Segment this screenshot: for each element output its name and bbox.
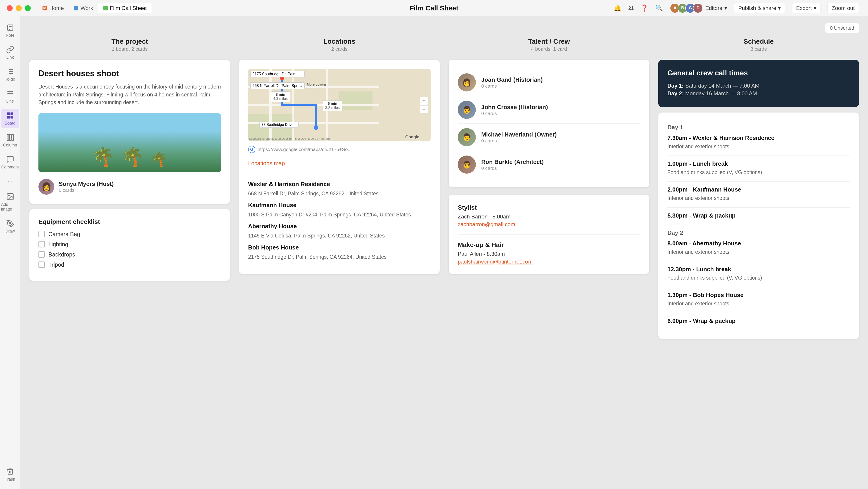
sidebar-item-more[interactable]: ··· bbox=[1, 175, 19, 188]
search-icon[interactable]: 🔍 bbox=[655, 4, 663, 12]
sidebar-item-line[interactable]: Line bbox=[1, 87, 19, 107]
checkbox-lighting[interactable] bbox=[38, 241, 45, 248]
sidebar-item-note[interactable]: Note bbox=[1, 21, 19, 40]
more-dots-icon: ··· bbox=[7, 177, 13, 185]
window-controls[interactable] bbox=[7, 5, 31, 11]
sched-time-d2-3: 6.00pm - Wrap & packup bbox=[668, 317, 850, 324]
trash-icon bbox=[6, 467, 14, 476]
sidebar: Note Link To-do Line Board Column Commen… bbox=[0, 16, 20, 489]
svg-point-19 bbox=[9, 223, 10, 224]
maximize-button[interactable] bbox=[25, 5, 31, 11]
sched-time-d1-0: 7.30am - Wexler & Harrison Residence bbox=[668, 135, 850, 142]
sidebar-item-todo[interactable]: To-do bbox=[1, 65, 19, 84]
sidebar-image-label: Add image bbox=[1, 202, 19, 212]
sidebar-item-image[interactable]: Add image bbox=[1, 190, 19, 214]
checkbox-tripod[interactable] bbox=[38, 261, 45, 268]
sidebar-item-draw[interactable]: Draw bbox=[1, 217, 19, 236]
locations-column-header: Locations 2 cards bbox=[239, 37, 440, 54]
checkbox-backdrops[interactable] bbox=[38, 251, 45, 258]
work-tab[interactable]: Work bbox=[69, 3, 98, 13]
person-name-john: John Crosse (Historian) bbox=[481, 104, 548, 111]
avatar-ron: 👨 bbox=[458, 155, 476, 174]
zoom-in-button[interactable]: + bbox=[420, 97, 428, 105]
export-button[interactable]: Export ▾ bbox=[792, 3, 820, 13]
work-tab-label: Work bbox=[81, 5, 93, 11]
sidebar-comment-label: Comment bbox=[1, 165, 19, 170]
day1-header: Day 1 bbox=[668, 124, 850, 131]
person-row-john: 👨 John Crosse (Historian) 0 cards bbox=[458, 96, 640, 124]
talent-column-title: Talent / Crew bbox=[449, 37, 649, 45]
stylist-email[interactable]: zachbarron@gmail.com bbox=[458, 221, 640, 228]
sched-div-d2-0 bbox=[668, 261, 850, 261]
sidebar-column-label: Column bbox=[3, 143, 17, 148]
stylist-title: Stylist bbox=[458, 204, 640, 211]
work-tab-icon bbox=[74, 6, 78, 10]
loc-name-3: Bob Hopes House bbox=[248, 244, 431, 251]
equipment-card: Equipment checklist Camera Bag Lighting … bbox=[29, 209, 230, 281]
person-info-joan: Joan Gand (Historian) 0 cards bbox=[481, 76, 543, 89]
avatar-4: D bbox=[693, 3, 703, 13]
sched-item-d2-2: 1.30pm - Bob Hopes House Interior and ex… bbox=[668, 292, 850, 307]
editors-chevron-icon: ▾ bbox=[724, 5, 727, 11]
stylist-card: Stylist Zach Barron - 8.00am zachbarron@… bbox=[449, 195, 649, 274]
person-cards-john: 0 cards bbox=[481, 111, 548, 116]
sidebar-item-link[interactable]: Link bbox=[1, 43, 19, 62]
google-logo: Google bbox=[405, 135, 419, 140]
zoom-button[interactable]: Zoom out bbox=[828, 3, 859, 13]
sched-item-d1-0: 7.30am - Wexler & Harrison Residence Int… bbox=[668, 135, 850, 150]
sidebar-item-board[interactable]: Board bbox=[1, 109, 19, 128]
sched-desc-d2-2: Interior and exterior shoots bbox=[668, 300, 850, 307]
editors-button[interactable]: A B C D Editors ▾ bbox=[670, 3, 727, 13]
schedule-column-header: Schedule 3 cards bbox=[658, 37, 859, 54]
map-pin-label-2: 668 N Farrell Dr, Palm Spring... bbox=[250, 82, 305, 89]
notification-icon[interactable]: 🔔 bbox=[614, 4, 621, 12]
film-tab[interactable]: Film Call Sheet bbox=[98, 3, 152, 13]
sidebar-item-trash[interactable]: Trash bbox=[1, 465, 19, 485]
sched-div-day-sep bbox=[668, 225, 850, 225]
tabs: M Home Work Film Call Sheet bbox=[37, 3, 152, 13]
help-icon[interactable]: ❓ bbox=[641, 4, 648, 12]
locations-card: 2175 Southridge Dr, Palm Spr... 668 N Fa… bbox=[239, 60, 440, 274]
checkbox-camera[interactable] bbox=[38, 231, 45, 237]
locations-map-anchor[interactable]: Locations map bbox=[248, 160, 285, 166]
person-row-michael: 👨 Michael Haverland (Owner) 0 cards bbox=[458, 124, 640, 151]
publish-share-button[interactable]: Publish & share ▾ bbox=[734, 3, 785, 13]
unsorted-badge[interactable]: 0 Unsorted bbox=[825, 23, 859, 33]
route-box-2: 6 min 3.2 miles bbox=[323, 100, 342, 111]
pin2-address: 668 N Farrell Dr, Palm Spring... bbox=[252, 84, 305, 88]
loc-addr-1: 1000 S Palm Canyon Dr #204, Palm Springs… bbox=[248, 211, 431, 218]
image-icon bbox=[6, 193, 14, 201]
sched-div-d1-0 bbox=[668, 155, 850, 156]
loc-addr-2: 1145 E Via Colusa, Palm Springs, CA 9226… bbox=[248, 232, 431, 239]
sched-time-d2-2: 1.30pm - Bob Hopes House bbox=[668, 292, 850, 298]
sidebar-item-column[interactable]: Column bbox=[1, 131, 19, 150]
close-button[interactable] bbox=[7, 5, 13, 11]
sidebar-item-comment[interactable]: Comment bbox=[1, 152, 19, 172]
export-label: Export bbox=[796, 5, 812, 11]
svg-point-31 bbox=[314, 125, 318, 130]
home-tab-label: Home bbox=[49, 5, 64, 11]
main-layout: Note Link To-do Line Board Column Commen… bbox=[0, 16, 868, 489]
avatar-joan: 👩 bbox=[458, 74, 476, 91]
zoom-label: Zoom out bbox=[832, 5, 855, 11]
publish-label: Publish & share bbox=[738, 5, 776, 11]
sched-desc-d2-1: Food and drinks supplied (V, VG options) bbox=[668, 274, 850, 281]
minimize-button[interactable] bbox=[16, 5, 22, 11]
locations-column-sub: 2 cards bbox=[239, 46, 440, 52]
draw-icon bbox=[6, 219, 14, 228]
home-tab[interactable]: M Home bbox=[37, 3, 69, 13]
note-icon bbox=[6, 24, 14, 32]
locations-map-link-text[interactable]: Locations map bbox=[248, 160, 431, 167]
makeup-email[interactable]: paulshairworld@btinternet.com bbox=[458, 259, 640, 265]
more-options[interactable]: More options bbox=[307, 82, 327, 86]
project-column-header: The project 1 board, 2 cards bbox=[29, 37, 230, 54]
sched-desc-d1-2: Interior and exterior shoots bbox=[668, 195, 850, 202]
zoom-out-button[interactable]: − bbox=[420, 105, 428, 113]
svg-rect-16 bbox=[12, 135, 13, 141]
sched-day1-label: Day 1: Saturday 14 March — 7:00 AM bbox=[668, 83, 850, 89]
checklist-label-3: Tripod bbox=[49, 261, 64, 268]
checklist-label-1: Lighting bbox=[49, 241, 68, 248]
host-avatar: 👩 bbox=[38, 179, 54, 195]
schedule-column-sub: 3 cards bbox=[658, 46, 859, 52]
location-item-2: Abernathy House 1145 E Via Colusa, Palm … bbox=[248, 223, 431, 239]
